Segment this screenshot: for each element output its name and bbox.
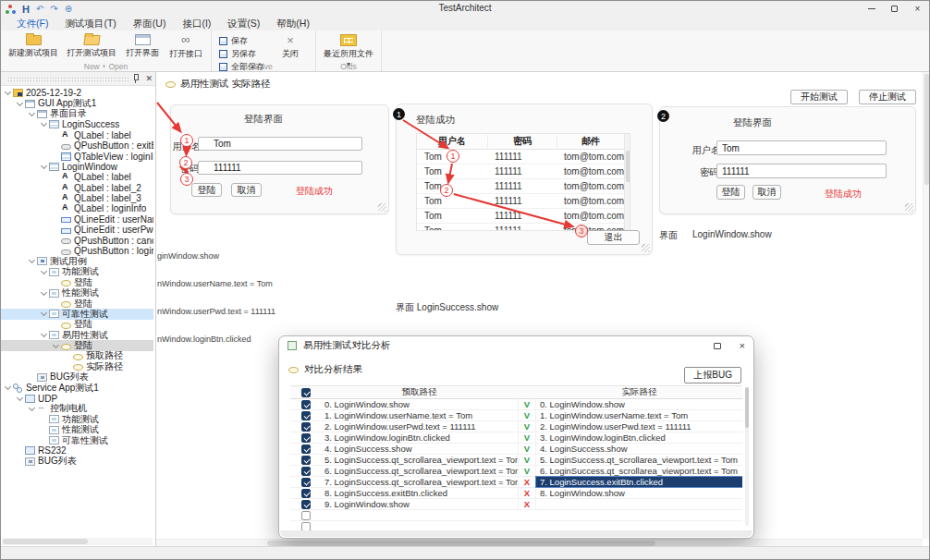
row-checkbox[interactable] (301, 522, 311, 531)
undo-icon[interactable]: ↶ (36, 5, 43, 14)
actual-path-cell[interactable]: 3. LoginWindow.loginBtn.clicked (536, 432, 742, 443)
expander-icon[interactable] (40, 331, 48, 339)
username-field[interactable]: Tom (716, 140, 887, 155)
expected-path-cell[interactable]: 6. LoginSuccess.qt_scrollarea_viewport.t… (321, 466, 518, 476)
expander-icon[interactable] (4, 89, 12, 97)
resize-grip[interactable] (642, 244, 650, 252)
row-checkbox[interactable] (301, 489, 311, 498)
expander-icon[interactable] (16, 100, 24, 108)
comparison-row[interactable]: 8. LoginSuccess.exitBtn.clicked X 8. Log… (290, 488, 742, 499)
tree-item[interactable]: 登陆 (1, 340, 153, 350)
expected-path-cell[interactable]: 4. LoginSuccess.show (321, 444, 518, 454)
save-quick-icon[interactable]: H (22, 5, 30, 14)
tree-item[interactable]: QLabel : loginInfo (1, 203, 153, 213)
resize-grip[interactable] (378, 203, 386, 212)
tree-item[interactable]: QTableView : loginInfo (1, 151, 153, 161)
expected-path-cell[interactable]: 5. LoginSuccess.qt_scrollarea_viewport.t… (321, 455, 518, 465)
login-button[interactable]: 登陆 (191, 183, 222, 197)
comparison-row[interactable]: 7. LoginSuccess.qt_scrollarea_viewport.t… (290, 477, 742, 488)
pin-icon[interactable] (132, 74, 140, 83)
canvas-vertical-scrollbar[interactable] (923, 72, 929, 539)
recent-files-button[interactable]: 最近所用文件 ▾ (324, 32, 373, 61)
col-mail[interactable]: 邮件 (557, 135, 624, 148)
row-checkbox[interactable] (301, 433, 311, 443)
expander-icon[interactable] (16, 395, 24, 403)
menu-item[interactable]: 设置(S) (219, 18, 268, 30)
user-table-row[interactable]: Tom 111111 tom@tom.com (417, 164, 624, 179)
comparison-row[interactable]: 3. LoginWindow.loginBtn.clicked V 3. Log… (290, 432, 742, 444)
expected-path-cell[interactable]: 8. LoginSuccess.exitBtn.clicked (321, 488, 518, 498)
actual-path-cell[interactable]: 2. LoginWindow.userPwd.text = 111111 (536, 421, 742, 432)
row-checkbox[interactable] (301, 511, 311, 520)
close-file-button[interactable]: × 关闭 (273, 32, 308, 61)
close-button[interactable]: × (906, 1, 929, 17)
menu-item[interactable]: 测试项目(T) (56, 18, 124, 30)
dock-drag-handle[interactable] (7, 77, 128, 81)
comparison-row[interactable]: 0. LoginWindow.show V 0. LoginWindow.sho… (290, 399, 742, 410)
row-checkbox[interactable] (301, 422, 311, 432)
tree-item[interactable]: QLineEdit : userPwd (1, 225, 153, 235)
stop-test-button[interactable]: 停止测试 (859, 90, 916, 104)
expander-icon[interactable] (40, 289, 48, 298)
row-checkbox[interactable] (301, 400, 311, 409)
tree-item[interactable]: QLabel : label (1, 172, 153, 182)
tree-item[interactable]: QLabel : label (1, 130, 153, 140)
save-button[interactable]: 保存 (219, 35, 264, 47)
expander-icon[interactable] (40, 163, 48, 171)
tree-item[interactable]: QLineEdit : userName (1, 214, 153, 225)
tree-item[interactable]: LoginSuccess (1, 119, 153, 129)
tree-item[interactable]: QLabel : label_3 (1, 193, 153, 203)
expander-icon[interactable] (4, 383, 12, 392)
expected-path-cell[interactable]: 2. LoginWindow.userPwd.text = 111111 (321, 421, 518, 432)
comparison-row[interactable]: 1. LoginWindow.userName.text = Tom V 1. … (290, 410, 742, 421)
open-ui-button[interactable]: 打开界面 (125, 32, 160, 61)
actual-path-cell[interactable]: 5. LoginSuccess.qt_scrollarea_viewport.t… (536, 455, 742, 465)
comparison-row[interactable]: 4. LoginSuccess.show V 4. LoginSuccess.s… (290, 444, 742, 455)
dialog-close-button[interactable]: × (740, 341, 745, 351)
dialog-maximize-button[interactable] (714, 340, 721, 351)
expander-icon[interactable] (40, 120, 48, 128)
row-checkbox[interactable] (301, 456, 311, 465)
tree-item[interactable]: 可靠性测试 (1, 435, 153, 445)
resize-grip[interactable] (905, 203, 913, 212)
dialog-table-scrollbar[interactable] (745, 387, 749, 526)
start-test-button[interactable]: 开始测试 (790, 90, 848, 104)
tree-item[interactable]: RS232 (1, 445, 153, 456)
menu-item[interactable]: 帮助(H) (268, 18, 318, 30)
select-all-checkbox[interactable] (301, 388, 311, 397)
tree-item[interactable]: LoginWindow (1, 162, 153, 172)
row-checkbox[interactable] (301, 411, 311, 420)
row-checkbox[interactable] (301, 500, 311, 509)
open-project-button[interactable]: 打开测试项目 (67, 32, 116, 61)
redo-icon[interactable]: ↷ (50, 5, 57, 14)
dock-close-icon[interactable]: ✕ (145, 75, 153, 83)
password-field[interactable]: 111111 (716, 164, 887, 178)
tree-item[interactable]: Service App测试1 (1, 383, 153, 393)
password-field[interactable]: 111111 (198, 161, 362, 175)
save-as-button[interactable]: 另保存 (219, 48, 264, 60)
menu-item[interactable]: 接口(I) (174, 18, 219, 30)
expander-icon[interactable] (28, 110, 36, 118)
comparison-row[interactable]: 2. LoginWindow.userPwd.text = 111111 V 2… (290, 421, 742, 432)
comparison-row[interactable]: 9. LoginWindow.show X (290, 499, 742, 510)
actual-path-header[interactable]: 实际路径 (536, 386, 742, 398)
row-checkbox[interactable] (301, 467, 311, 476)
comparison-row[interactable] (290, 510, 742, 521)
col-password[interactable]: 密码 (487, 135, 557, 148)
tree-item[interactable]: QPushButton : cancelBtn (1, 235, 153, 245)
tree-item[interactable]: QPushButton : exitBtn (1, 140, 153, 151)
expected-path-cell[interactable]: 7. LoginSuccess.qt_scrollarea_viewport.t… (321, 477, 518, 487)
tree-item[interactable]: 界面目录 (1, 109, 153, 119)
row-checkbox[interactable] (301, 444, 311, 454)
expander-icon[interactable] (52, 342, 60, 350)
report-bug-button[interactable]: 上报BUG (684, 367, 741, 383)
user-table-row[interactable]: Tom 111111 tom@tom.com (417, 209, 624, 224)
menu-item[interactable]: 文件(F) (8, 18, 56, 30)
actual-path-cell[interactable]: 8. LoginWindow.show (536, 488, 742, 498)
exit-button[interactable]: 退出 (587, 230, 640, 245)
username-field[interactable]: Tom (198, 137, 362, 151)
expected-path-cell[interactable]: 9. LoginWindow.show (321, 499, 518, 509)
expander-icon[interactable] (28, 257, 36, 265)
tree-horizontal-scrollbar[interactable] (2, 538, 153, 545)
expander-icon[interactable] (28, 405, 36, 413)
